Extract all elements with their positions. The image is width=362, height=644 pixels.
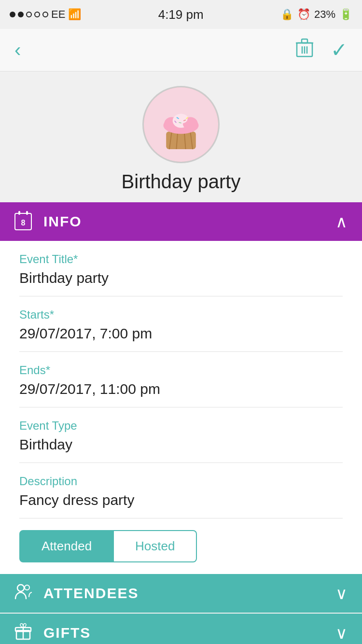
attendance-toggle: Attended Hosted — [19, 518, 343, 574]
signal-dots — [10, 12, 48, 17]
dot3 — [26, 12, 32, 17]
nav-actions: ✓ — [296, 38, 348, 62]
battery-label: 23% — [314, 8, 335, 21]
gifts-header-left: GIFTS — [14, 623, 91, 644]
alarm-icon: ⏰ — [297, 8, 310, 21]
svg-point-23 — [25, 585, 29, 590]
description-field: Description Fancy dress party — [19, 463, 343, 518]
starts-value[interactable]: 29/07/2017, 7:00 pm — [19, 325, 343, 342]
hosted-button[interactable]: Hosted — [114, 530, 197, 562]
attendees-label: ATTENDEES — [43, 585, 139, 602]
wifi-icon: 📶 — [68, 8, 81, 21]
starts-label: Starts* — [19, 308, 343, 322]
info-header-left: 8 INFO — [14, 213, 82, 230]
clock: 4:19 pm — [158, 7, 204, 22]
attendees-chevron: ∨ — [335, 584, 348, 603]
delete-button[interactable] — [296, 38, 313, 62]
attended-button[interactable]: Attended — [19, 530, 114, 562]
event-title-label: Event Title* — [19, 252, 343, 266]
event-type-field: Event Type Birthday — [19, 407, 343, 463]
description-label: Description — [19, 475, 343, 488]
back-button[interactable]: ‹ — [14, 39, 21, 61]
attendees-icon — [14, 583, 32, 604]
svg-point-22 — [17, 585, 24, 591]
event-title-header: Birthday party — [122, 171, 241, 193]
svg-point-16 — [175, 114, 188, 124]
dot5 — [42, 12, 48, 17]
attendees-section-header[interactable]: ATTENDEES ∨ — [0, 574, 362, 613]
dot1 — [10, 12, 15, 17]
event-type-label: Event Type — [19, 419, 343, 433]
event-type-value[interactable]: Birthday — [19, 436, 343, 453]
description-value[interactable]: Fancy dress party — [19, 492, 343, 508]
info-chevron: ∧ — [335, 212, 348, 231]
event-avatar[interactable] — [142, 86, 220, 163]
ends-field: Ends* 29/07/2017, 11:00 pm — [19, 352, 343, 407]
info-label: INFO — [43, 213, 82, 230]
calendar-icon: 8 — [14, 213, 32, 230]
nav-bar: ‹ ✓ — [0, 29, 362, 71]
gifts-icon — [14, 623, 32, 644]
ends-value[interactable]: 29/07/2017, 11:00 pm — [19, 381, 343, 397]
carrier-label: EE — [51, 8, 65, 21]
status-bar: EE 📶 4:19 pm 🔒 ⏰ 23% 🔋 — [0, 0, 362, 29]
gifts-section-header[interactable]: GIFTS ∨ — [0, 614, 362, 644]
gifts-label: GIFTS — [43, 625, 91, 641]
confirm-button[interactable]: ✓ — [331, 38, 348, 62]
gifts-chevron: ∨ — [335, 623, 348, 643]
starts-field: Starts* 29/07/2017, 7:00 pm — [19, 296, 343, 352]
status-right: 🔒 ⏰ 23% 🔋 — [280, 8, 352, 21]
dot2 — [18, 12, 24, 17]
battery-icon: 🔋 — [339, 8, 352, 21]
lock-icon: 🔒 — [280, 8, 293, 21]
event-title-field: Event Title* Birthday party — [19, 241, 343, 296]
status-left: EE 📶 — [10, 8, 81, 21]
attendees-header-left: ATTENDEES — [14, 583, 139, 604]
event-title-value[interactable]: Birthday party — [19, 270, 343, 286]
dot4 — [34, 12, 40, 17]
info-content: Event Title* Birthday party Starts* 29/0… — [0, 241, 362, 574]
profile-section: Birthday party — [0, 71, 362, 202]
ends-label: Ends* — [19, 364, 343, 377]
info-section-header[interactable]: 8 INFO ∧ — [0, 202, 362, 241]
